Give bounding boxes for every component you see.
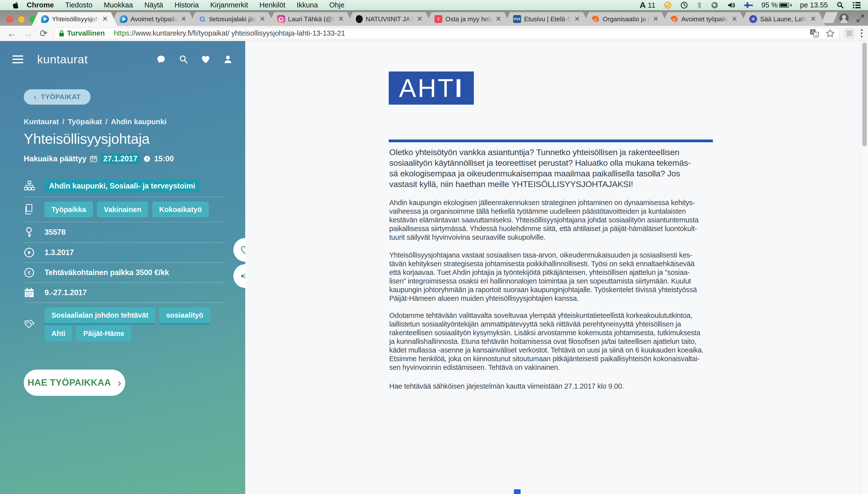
tab-lauri-tahka[interactable]: Lauri Tähkä (@lauri. ✕ (268, 12, 353, 26)
menu-tiedosto[interactable]: Tiedosto (65, 1, 93, 9)
apple-menu-icon[interactable] (12, 1, 20, 10)
kuntarekry-favicon (41, 15, 49, 23)
breadcrumb-separator (62, 117, 64, 126)
google-favicon: G (199, 15, 206, 23)
minimize-window-button[interactable] (18, 16, 25, 23)
employment-tag[interactable]: Kokoaikatyö (152, 202, 209, 217)
salary-value: Tehtäväkohtainen palkka 3500 €/kk (44, 268, 169, 277)
hamburger-menu-icon[interactable] (12, 55, 23, 63)
deadline-label: Hakuaika päättyy (24, 154, 86, 163)
chevron-left-icon (34, 92, 37, 102)
menu-kirjanmerkit[interactable]: Kirjanmerkit (210, 1, 248, 9)
breadcrumb-kuntaurat[interactable]: Kuntaurat (24, 117, 59, 126)
battery-status[interactable]: 95 % (761, 1, 792, 9)
swirl-status-icon[interactable] (711, 1, 719, 9)
breadcrumb-ahdin-kaupunki[interactable]: Ahdin kaupunki (111, 117, 167, 126)
menu-app-name[interactable]: Chrome (27, 1, 54, 9)
divider-rule (389, 139, 713, 142)
tab-close-icon[interactable]: ✕ (810, 16, 816, 22)
employment-tag[interactable]: Työpaikka (44, 202, 93, 217)
kuntarekry-logo[interactable]: kuntaurat (37, 53, 88, 66)
key-icon (24, 227, 34, 238)
close-window-button[interactable] (6, 16, 13, 23)
search-icon[interactable] (178, 54, 188, 64)
adobe-app-icon[interactable]: A 11 (640, 0, 656, 10)
page-title: Yhteisöllisyysjohtaja (24, 130, 245, 147)
new-tab-button[interactable] (822, 12, 838, 23)
ess-favicon: ESS (513, 15, 521, 23)
flame-favicon (592, 15, 600, 23)
menubar-clock[interactable]: pe 13.55 (800, 1, 828, 9)
field-job-id: 35578 (24, 222, 225, 243)
job-paragraph: Yhteisöllisyysjohtajana vastaat sosiaali… (389, 251, 746, 303)
tab-close-icon[interactable]: ✕ (417, 16, 422, 22)
menu-ikkuna[interactable]: Ikkuna (297, 1, 318, 9)
tab-organisaatio[interactable]: Organisaatio ja johta ✕ (583, 12, 668, 26)
tab-close-icon[interactable]: ✕ (653, 16, 659, 22)
profile-avatar-button[interactable] (839, 14, 849, 23)
page-scrollbar[interactable] (861, 41, 868, 494)
tab-close-icon[interactable]: ✕ (102, 16, 108, 22)
job-paragraph: Odotamme tehtävään valittavalta soveltuv… (389, 311, 746, 372)
tags-icon (24, 319, 35, 330)
fullscreen-icon[interactable] (856, 14, 865, 22)
ahti-employer-logo: AHTI (389, 72, 474, 104)
url-text[interactable]: https://www.kuntarekry.fi/fi/tyopaikat/ … (114, 29, 807, 37)
menu-nayta[interactable]: Näytä (144, 1, 163, 9)
tab-close-icon[interactable]: ✕ (181, 16, 187, 22)
field-salary: € Tehtäväkohtainen palkka 3500 €/kk (24, 263, 225, 283)
tab-yhteisollisyysjohtaja[interactable]: Yhteisöllisyysjohtaja ✕ (32, 12, 117, 26)
keyword-tag[interactable]: Ahti (44, 325, 72, 341)
keyword-tag[interactable]: sosiaalityö (159, 307, 210, 323)
menu-historia[interactable]: Historia (174, 1, 199, 9)
apply-button[interactable]: HAE TYÖPAIKKAA (24, 369, 125, 396)
tab-osta-ja-myy[interactable]: t Osta ja myy helposti ✕ (425, 12, 511, 26)
chat-icon[interactable] (156, 54, 166, 64)
tab-avoimet-tyopaikat-1[interactable]: Avoimet työpaikat k ✕ (110, 12, 196, 26)
notification-center-icon[interactable] (853, 1, 861, 9)
back-to-jobs-button[interactable]: TYÖPAIKAT (24, 89, 91, 104)
security-chip[interactable]: Turvallinen (59, 29, 110, 37)
finnish-flag-input-icon[interactable] (744, 2, 753, 8)
volume-icon[interactable] (727, 1, 736, 9)
tab-close-icon[interactable]: ✕ (338, 16, 344, 22)
tab-natuviinit[interactable]: NATUVIINIT JA KORE ✕ (346, 12, 432, 26)
tab-avoimet-tyopaikat-2[interactable]: Avoimet työpaikat – ✕ (661, 12, 747, 26)
url-scheme: https (114, 29, 129, 37)
bookmark-star-icon[interactable] (826, 29, 835, 38)
job-sidebar: kuntaurat TYÖPAIK (0, 41, 245, 494)
tab-tietosuojalaki[interactable]: G tietosuojalaki jäsenr ✕ (189, 12, 275, 26)
employment-tag[interactable]: Vakinainen (97, 202, 149, 217)
job-id-value: 35578 (44, 228, 65, 237)
menu-ohje[interactable]: Ohje (329, 1, 344, 9)
extension-button[interactable] (844, 28, 855, 39)
scrollbar-thumb[interactable] (862, 42, 867, 147)
tab-close-icon[interactable]: ✕ (260, 16, 265, 22)
start-date-value: 1.3.2017 (44, 248, 74, 257)
favorites-heart-icon[interactable] (201, 54, 211, 64)
forward-button[interactable]: → (23, 29, 33, 38)
time-machine-icon[interactable] (680, 1, 688, 9)
tab-saa-laune[interactable]: ✳ Sää Laune, Lahti – Il ✕ (740, 12, 826, 26)
translate-icon[interactable]: A a (810, 29, 819, 38)
breadcrumb-tyopaikat[interactable]: Työpaikat (68, 117, 102, 126)
keyword-tag[interactable]: Päijät-Häme (76, 325, 131, 341)
spotlight-icon[interactable] (836, 1, 844, 9)
field-keywords: Sosiaalialan johdon tehtävät sosiaalityö… (24, 303, 225, 346)
deadline-time: 15:00 (154, 154, 174, 163)
tab-close-icon[interactable]: ✕ (574, 16, 580, 22)
norton-check-icon[interactable] (664, 1, 672, 9)
address-bar[interactable]: Turvallinen https://www.kuntarekry.fi/fi… (54, 28, 839, 39)
application-period-value: 9.-27.1.2017 (44, 288, 87, 297)
chrome-menu-icon[interactable] (861, 29, 863, 37)
tab-close-icon[interactable]: ✕ (732, 16, 737, 22)
keyword-tag[interactable]: Sosiaalialan johdon tehtävät (44, 307, 155, 323)
menu-muokkaa[interactable]: Muokkaa (104, 1, 133, 9)
tab-etusivu-ess[interactable]: ESS Etusivu | Etelä-Suom ✕ (504, 12, 589, 26)
reload-button[interactable]: ⟳ (40, 29, 48, 38)
back-button[interactable]: ← (7, 29, 16, 38)
tab-close-icon[interactable]: ✕ (496, 16, 501, 22)
menu-henkilot[interactable]: Henkilöt (260, 1, 285, 9)
user-icon[interactable] (223, 54, 233, 64)
bluetooth-icon[interactable] (697, 1, 702, 9)
